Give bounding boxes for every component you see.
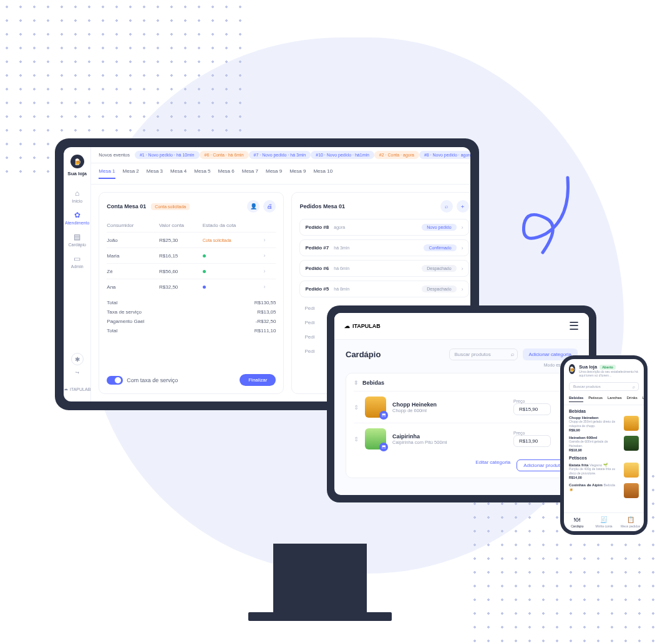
phone-nav-label: Cardápio	[571, 524, 583, 528]
order-time: há 6min	[334, 266, 349, 271]
phone-item-desc: Garrafa de 600ml gelada da Heineken.	[569, 440, 620, 448]
order-row[interactable]: Pedido #7há 3minConfirmado›	[299, 239, 468, 256]
bill-row[interactable]: AnaR$32,50›	[107, 279, 276, 294]
phone-category-tab[interactable]: Lanches	[608, 396, 622, 402]
quota-requested-badge: Cota solicitada	[203, 238, 231, 243]
sidebar-item-cardapio[interactable]: ▤ Cardápio	[64, 229, 90, 251]
hamburger-menu[interactable]: ☰	[569, 319, 579, 333]
bill-row[interactable]: MariaR$16,15›	[107, 248, 276, 263]
phone-nav-item[interactable]: 📋Meus pedidos	[617, 513, 644, 531]
bill-requested-badge: Conta solicitada	[151, 203, 190, 210]
consumer-status	[203, 284, 264, 290]
plus-icon: ＋	[460, 203, 465, 211]
price-input[interactable]: R$13,90	[513, 435, 551, 447]
events-label: Novos eventos	[99, 152, 130, 158]
event-pill[interactable]: #2 · Conta · agora	[374, 151, 419, 159]
search-products-input[interactable]: Buscar produtos	[449, 348, 518, 360]
phone-item-text: Coxinhas de Aipim Bebida 🍺	[569, 483, 620, 498]
price-label: Preço	[513, 431, 551, 435]
tab-mesa[interactable]: Mesa 10	[313, 168, 332, 179]
tab-mesa[interactable]: Mesa 7	[242, 168, 258, 179]
search-orders-button[interactable]: ⌕	[440, 200, 453, 213]
phone-product-item[interactable]: Batata frita Vegano 🌱Porção de 400g de b…	[569, 463, 639, 479]
phone-category-tab[interactable]: Lic	[643, 396, 644, 402]
admin-icon: ▭	[74, 254, 80, 263]
phone-product-item[interactable]: Chopp HeinekenChopp de 350ml gelado dire…	[569, 416, 639, 432]
tablet-mockup: ☁ITAPULAB ☰ Cardápio Buscar produtos ⌕ A…	[327, 305, 596, 502]
tablet-frame: ☁ITAPULAB ☰ Cardápio Buscar produtos ⌕ A…	[327, 305, 596, 502]
consumer-value: R$56,60	[159, 269, 203, 274]
order-status-badge: Despachado	[422, 265, 456, 272]
print-button[interactable]: 🖨	[263, 200, 276, 213]
store-label: Sua loja	[67, 171, 87, 176]
tablet-brand: ☁ITAPULAB	[344, 323, 381, 329]
phone-category-tab[interactable]: Bebidas	[569, 396, 583, 402]
phone-category-tab[interactable]: Drinks	[627, 396, 638, 402]
add-consumer-button[interactable]: 👤	[247, 200, 260, 213]
consumer-value: R$16,15	[159, 253, 203, 259]
event-pill[interactable]: #10 · Novo pedido · há1min	[311, 151, 374, 159]
phone-header: 🍺 Sua lojaAberto Uma descrição do seu es…	[564, 359, 644, 380]
monitor-base	[248, 612, 392, 621]
tab-mesa[interactable]: Mesa 6	[218, 168, 235, 179]
category-card: ⇕Bebidas ⇕⬒Chopp HeinekenChopp de 600mlP…	[346, 373, 578, 478]
total-label: Total	[107, 300, 117, 305]
sidebar-item-atendimento[interactable]: ✿ Atendimento	[64, 207, 90, 229]
order-row[interactable]: Pedido #8agoraNovo pedido›	[299, 219, 468, 236]
price-input[interactable]: R$15,90	[513, 403, 551, 415]
phone-item-thumb	[624, 483, 639, 498]
event-pill[interactable]: #6 · Conta · há 6min	[200, 151, 249, 159]
phone-category-tab[interactable]: Petiscos	[588, 396, 603, 402]
tab-mesa[interactable]: Mesa 9	[289, 168, 306, 179]
product-row[interactable]: ⇕⬒Chopp HeinekenChopp de 600mlPreçoR$15,…	[354, 391, 570, 423]
product-info: Chopp HeinekenChopp de 600ml	[392, 401, 437, 413]
event-pill[interactable]: #1 · Novo pedido · há 10min	[135, 151, 200, 159]
add-order-button[interactable]: ＋	[457, 200, 469, 213]
consumer-name: Zé	[107, 269, 159, 274]
logout-button[interactable]: ↪	[75, 370, 79, 375]
phone-search-input[interactable]: Buscar produtos⌕	[569, 382, 639, 391]
tab-mesa[interactable]: Mesa 2	[123, 168, 139, 179]
product-desc: Chopp de 600ml	[392, 408, 437, 413]
chevron-right-icon[interactable]: ›	[263, 252, 276, 259]
bill-icon-buttons: 👤 🖨	[247, 200, 276, 213]
drag-handle-icon[interactable]: ⇕	[354, 380, 359, 386]
phone-product-item[interactable]: Heineken 600mlGarrafa de 600ml gelada da…	[569, 436, 639, 452]
chevron-right-icon[interactable]: ›	[263, 237, 276, 243]
drag-handle-icon[interactable]: ⇕	[354, 404, 359, 411]
finalize-button[interactable]: Finalizar	[240, 374, 276, 386]
product-row[interactable]: ⇕⬒CaipirinhaCaipirinha com Pitú 500mlPre…	[354, 423, 570, 454]
product-price-block: PreçoR$13,90	[513, 431, 551, 447]
order-row[interactable]: Pedido #5há 8minDespachado›	[299, 281, 468, 297]
service-fee-toggle[interactable]	[107, 376, 123, 385]
sidebar-item-admin[interactable]: ▭ Admin	[64, 251, 90, 272]
product-image: ⬒	[365, 396, 386, 418]
order-status-badge: Confirmado	[424, 244, 456, 251]
tab-mesa[interactable]: Mesa 1	[99, 168, 115, 179]
order-row[interactable]: Pedido #6há 6minDespachado›	[299, 260, 468, 277]
phone-section-title: Bebidas	[569, 409, 639, 413]
status-dot-blue	[203, 286, 206, 289]
product-name: Chopp Heineken	[392, 401, 437, 408]
tablet-top-row: Cardápio Buscar produtos ⌕ Adicionar cat…	[346, 348, 578, 360]
chevron-right-icon[interactable]: ›	[263, 284, 276, 290]
search-icon: ⌕	[445, 203, 448, 209]
phone-product-item[interactable]: Coxinhas de Aipim Bebida 🍺	[569, 483, 639, 498]
event-pill[interactable]: #7 · Novo pedido · há 3min	[249, 151, 311, 159]
theme-toggle[interactable]: ✱	[71, 353, 84, 365]
sidebar-item-inicio[interactable]: ⌂ Início	[64, 185, 90, 207]
drag-handle-icon[interactable]: ⇕	[354, 436, 359, 443]
tab-mesa[interactable]: Mesa 5	[194, 168, 210, 179]
tab-mesa[interactable]: Mesa 9	[266, 168, 282, 179]
phone-nav-item[interactable]: 🧾Minha conta	[591, 513, 618, 531]
event-pill[interactable]: #8 · Novo pedido · agora	[419, 151, 470, 159]
chevron-right-icon[interactable]: ›	[263, 268, 276, 274]
bill-totals: TotalR$130,55Taxa de serviçoR$13,05Pagam…	[107, 298, 276, 335]
bill-row[interactable]: JoãoR$25,30Cota solicitada›	[107, 232, 276, 248]
tab-mesa[interactable]: Mesa 4	[170, 168, 187, 179]
bill-row[interactable]: ZéR$56,60›	[107, 263, 276, 279]
tab-mesa[interactable]: Mesa 3	[147, 168, 163, 179]
edit-category-link[interactable]: Editar categoria	[475, 459, 510, 471]
phone-nav-item[interactable]: 🍽Cardápio	[564, 513, 591, 531]
phone-item-thumb	[624, 436, 639, 451]
